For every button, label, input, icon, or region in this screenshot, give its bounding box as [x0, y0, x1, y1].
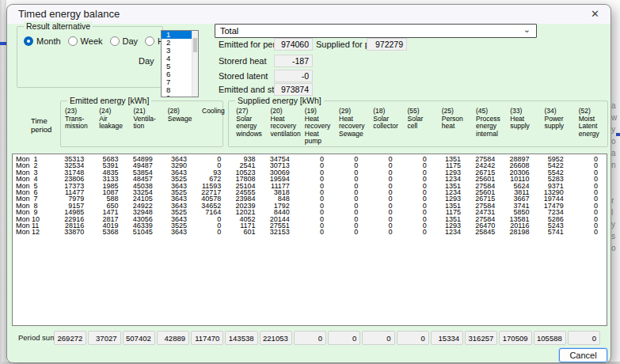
radio-group: MonthWeekDayHour — [24, 36, 177, 46]
period-sum-value: 117470 — [191, 331, 223, 345]
row-value: 3643 — [157, 229, 191, 235]
row-value: 0 — [397, 229, 431, 235]
column-header: (24) Air leakage — [87, 108, 121, 146]
column-header: (45) Process energy internal — [464, 108, 498, 146]
close-icon[interactable]: ✕ — [591, 8, 599, 20]
emitted-energy-group-label: Emitted energy [kWh] — [67, 96, 151, 105]
period-sum-label: Period sum — [12, 331, 53, 345]
column-header: (55) Solar cell — [396, 108, 430, 146]
background-window-edge — [0, 0, 6, 364]
energy-balance-table[interactable]: Mon 135313568354899364309383475400001351… — [12, 154, 607, 326]
radio-option-day[interactable]: Day — [110, 36, 139, 46]
column-header: (27) Solar energy windows — [224, 108, 258, 146]
radio-icon — [145, 36, 154, 46]
period-sum-value: 507402 — [123, 331, 155, 345]
radio-option-week[interactable]: Week — [68, 36, 103, 46]
radio-option-month[interactable]: Month — [24, 36, 61, 46]
column-header: Cooling — [190, 108, 224, 146]
period-sum-row: Period sum 26927237027507402428891174701… — [12, 331, 601, 345]
row-value: 1234 — [431, 229, 465, 235]
row-value: 0 — [362, 229, 396, 235]
radio-icon — [110, 36, 120, 46]
background-glyph: y — [611, 220, 619, 229]
row-period: Mon 12 — [13, 229, 54, 235]
day-listbox[interactable]: 123456789 — [161, 30, 199, 97]
background-glyph: w — [611, 113, 619, 123]
row-value: 0 — [328, 229, 362, 235]
period-sum-value: 37027 — [88, 331, 120, 345]
desktop-background: awyoanrlyso Timed energy balance ✕ Resul… — [0, 0, 620, 364]
chevron-down-icon: ⌄ — [523, 25, 531, 35]
row-value: 0 — [568, 229, 602, 235]
day-list-item[interactable]: 9 — [162, 94, 192, 97]
column-headers: (23) Trans- mission(24) Air leakage(21) … — [53, 108, 601, 146]
row-value: 0 — [294, 229, 328, 235]
period-sum-value: 316257 — [465, 331, 497, 345]
timed-energy-balance-dialog: Timed energy balance ✕ Result alternativ… — [6, 4, 611, 363]
row-value: 5741 — [534, 229, 568, 235]
column-header: (18) Solar collector — [361, 108, 395, 146]
stored-latent-value: -0 — [274, 70, 313, 82]
result-alternative-label: Result alternative — [24, 21, 93, 31]
stored-heat-value: -187 — [274, 55, 313, 67]
background-glyph: a — [611, 149, 619, 158]
background-glyph: s — [611, 232, 619, 241]
row-value: 25845 — [465, 229, 499, 235]
period-sum-value: 15334 — [431, 331, 463, 345]
listbox-scrollbar[interactable] — [192, 31, 198, 97]
column-header: (52) Moist Latent energy — [567, 108, 601, 146]
dropdown-value: Total — [220, 25, 238, 37]
background-glyph: o — [611, 244, 619, 253]
period-sum-value: 170509 — [499, 331, 531, 345]
column-header: (33) Heat supply — [498, 108, 532, 146]
background-glyph: r — [611, 196, 619, 206]
table-row[interactable]: Mon 123387053685104536430601321530000123… — [13, 229, 607, 235]
row-value: 5368 — [88, 229, 122, 235]
result-type-dropdown[interactable]: Total ⌄ — [215, 24, 537, 38]
background-glyph: l — [611, 208, 619, 218]
row-value: 28198 — [499, 229, 533, 235]
period-sum-value: 221053 — [260, 331, 292, 345]
column-header: (34) Power supply — [533, 108, 567, 146]
emitted-for-period-value: 974060 — [274, 38, 313, 51]
radio-option-label: Day — [123, 36, 139, 46]
dialog-title: Timed energy balance — [18, 8, 120, 20]
column-header: (23) Trans- mission — [53, 108, 87, 146]
background-glyph: y — [611, 125, 619, 135]
period-sum-value: 105588 — [534, 331, 566, 345]
period-sum-value: 143538 — [225, 331, 257, 345]
radio-icon — [24, 36, 33, 46]
column-header: (29) Heat recovery Sewage — [327, 108, 361, 146]
period-sum-value: 0 — [294, 331, 326, 345]
column-header: (25) Person heat — [430, 108, 464, 146]
background-accent-line-left — [0, 42, 6, 45]
row-value: 601 — [225, 229, 259, 235]
stored-heat-label: Storerd heat — [219, 55, 267, 67]
period-sum-value: 0 — [328, 331, 360, 345]
period-sum-value: 0 — [568, 331, 600, 345]
period-sum-value: 269272 — [54, 331, 86, 345]
title-bar[interactable]: Timed energy balance ✕ — [7, 5, 610, 24]
radio-icon — [68, 36, 78, 46]
background-glyph: o — [611, 137, 619, 146]
cancel-button[interactable]: Cancel — [559, 348, 607, 362]
row-value: 0 — [191, 229, 225, 235]
stored-latent-label: Stored latent — [219, 70, 268, 82]
emitted-and-stored-value: 973874 — [274, 83, 313, 96]
background-glyph: a — [611, 101, 619, 111]
row-value: 32153 — [260, 229, 294, 235]
column-header: (20) Heat recovery ventilation — [259, 108, 293, 146]
column-header: (28) Sewage — [156, 108, 190, 146]
scrollbar-thumb[interactable] — [193, 38, 197, 52]
period-sum-value: 42889 — [157, 331, 189, 345]
supplied-for-period-value: 972279 — [367, 38, 407, 51]
period-sum-value: 0 — [397, 331, 429, 345]
background-glyph: n — [611, 161, 619, 170]
radio-option-label: Month — [36, 36, 61, 46]
row-value: 33870 — [54, 229, 88, 235]
day-list-items: 123456789 — [162, 31, 192, 97]
column-header: (21) Ventila- tion — [122, 108, 156, 146]
period-sum-value: 0 — [362, 331, 394, 345]
column-header: (19) Heat recovery Heat pump — [293, 108, 327, 146]
time-period-header: Time period — [31, 116, 51, 134]
